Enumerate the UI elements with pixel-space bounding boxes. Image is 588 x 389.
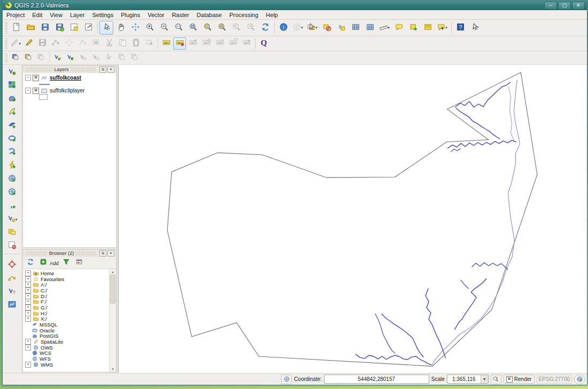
scale-dropdown-icon[interactable]: ▼ — [481, 375, 488, 383]
filter-button[interactable] — [61, 258, 72, 268]
add-raster-layer-button[interactable] — [5, 79, 20, 92]
menu-edit[interactable]: Edit — [28, 11, 46, 19]
expander-icon[interactable]: + — [25, 270, 31, 276]
delete-part-button[interactable] — [143, 37, 156, 50]
new-bookmark-button[interactable] — [406, 21, 420, 35]
select-by-expression-button[interactable]: ε — [334, 21, 348, 35]
expander-icon[interactable]: + — [25, 362, 31, 368]
label-move-button[interactable]: abc — [213, 37, 226, 50]
refresh-button[interactable] — [25, 258, 36, 268]
browser-item-wms[interactable]: +WMS — [23, 362, 116, 368]
zoom-out-button[interactable] — [157, 21, 171, 35]
add-spatialite-layer-button[interactable] — [5, 106, 20, 119]
add-oracle-layer-button[interactable] — [5, 133, 20, 146]
add-postgis-layer-button[interactable] — [5, 92, 20, 106]
plugin-layers-yellow-button[interactable] — [22, 52, 34, 63]
layer-name[interactable]: suffolkcliplayer — [50, 88, 84, 94]
browser-item-wfs[interactable]: WFS — [23, 356, 116, 362]
add-vector-layer-button[interactable] — [5, 66, 20, 79]
whats-this-button[interactable]: ? — [468, 21, 482, 35]
vector-layers-paste-button[interactable] — [128, 52, 141, 63]
add-delimited-text-layer-button[interactable]: , — [5, 199, 20, 213]
browser-item-postgis[interactable]: PostGIS — [23, 333, 116, 339]
vector-select-pointer-button[interactable] — [103, 52, 115, 63]
refresh-map-button[interactable] — [258, 21, 272, 35]
scroll-down-icon[interactable]: ▼ — [110, 367, 116, 372]
metasearch-button[interactable]: Q — [257, 37, 270, 50]
toolbar-grip[interactable] — [5, 22, 7, 34]
new-shapefile-layer-button[interactable]: ▾ — [5, 213, 20, 226]
expander-icon[interactable]: + — [25, 316, 31, 322]
zoom-next-button[interactable] — [244, 21, 258, 35]
browser-item-g[interactable]: +G:/ — [23, 305, 116, 310]
deselect-features-button[interactable] — [320, 21, 334, 35]
save-button[interactable] — [38, 21, 52, 35]
current-edits-button[interactable]: ▾ — [9, 37, 22, 50]
plugin-layers-gray-button[interactable] — [35, 52, 47, 63]
browser-item-f[interactable]: +F:/ — [23, 299, 116, 305]
composer-manager-button[interactable] — [81, 21, 95, 35]
vector-edit-split-button[interactable] — [77, 52, 89, 63]
save-layer-edits-button[interactable] — [36, 37, 49, 50]
zoom-layer-button[interactable] — [200, 21, 214, 35]
new-spatialite-layer-button[interactable] — [5, 226, 20, 239]
browser-item-spatialite[interactable]: +SpatiaLite — [23, 339, 116, 345]
browser-item-ows[interactable]: +OWS — [23, 345, 116, 351]
float-panel-button[interactable]: ⧉ — [99, 66, 106, 73]
toggle-editing-button[interactable] — [22, 37, 35, 50]
menu-layer[interactable]: Layer — [66, 11, 89, 19]
new-composer-button[interactable] — [67, 21, 81, 35]
browser-item-favourites[interactable]: +Favourites — [23, 276, 116, 282]
pan-to-selection-button[interactable] — [128, 21, 142, 35]
add-mssql-layer-button[interactable] — [5, 119, 20, 133]
move-feature-button[interactable] — [63, 37, 75, 50]
add-button-label[interactable]: Add — [50, 260, 59, 266]
magnifier-draw-icon[interactable] — [491, 375, 501, 384]
measure-dropdown-icon[interactable]: ▾ — [388, 26, 390, 30]
export-map-button[interactable] — [5, 299, 20, 312]
browser-item-home[interactable]: +Home — [23, 270, 116, 276]
menu-project[interactable]: Project — [3, 11, 28, 19]
file-new-button[interactable] — [9, 21, 23, 35]
render-checkbox[interactable]: ✕ Render — [504, 375, 535, 384]
expander-icon[interactable]: − — [25, 75, 31, 81]
paste-features-button[interactable] — [129, 37, 142, 50]
browser-item-d[interactable]: +D:/ — [23, 293, 116, 299]
close-panel-button[interactable]: ✕ — [107, 250, 114, 256]
expander-icon[interactable]: + — [25, 305, 31, 310]
browser-scrollbar[interactable]: ▲▼ — [109, 269, 116, 372]
expander-icon[interactable]: + — [25, 339, 31, 345]
gps-tools-button[interactable] — [5, 259, 20, 272]
add-button[interactable] — [38, 258, 49, 268]
browser-item-h[interactable]: +H:/ — [23, 310, 116, 316]
menu-processing[interactable]: Processing — [226, 11, 262, 19]
node-tool-button[interactable] — [76, 37, 89, 50]
minimize-button[interactable]: – — [544, 2, 557, 10]
toolbar-grip[interactable] — [5, 38, 7, 49]
add-wfs-layer-button[interactable] — [5, 186, 20, 199]
label-tool-button[interactable] — [5, 272, 20, 285]
zoom-full-button[interactable] — [186, 21, 200, 35]
close-button[interactable]: ✕ — [572, 2, 585, 10]
plugin-layers-blue-button[interactable] — [9, 52, 21, 63]
vector-edit-add-button[interactable] — [64, 52, 76, 63]
identify-button[interactable]: i — [276, 21, 290, 35]
select-features-dropdown-icon[interactable]: ▾ — [315, 26, 318, 30]
query-tool-button[interactable]: ? — [5, 285, 20, 299]
toolbar-grip[interactable] — [5, 53, 7, 62]
coordinate-toggle-icon[interactable] — [281, 375, 292, 384]
coordinate-value[interactable]: 544842,280157 — [324, 375, 429, 384]
vector-edit-check-button[interactable] — [51, 52, 64, 63]
expander-icon[interactable]: + — [25, 276, 31, 282]
menu-view[interactable]: View — [46, 11, 66, 19]
annotation-dropdown-icon[interactable]: ▾ — [445, 26, 447, 30]
menu-help[interactable]: Help — [262, 11, 282, 19]
expander-icon[interactable]: + — [25, 282, 31, 287]
label-settings-button[interactable]: abc — [173, 37, 186, 50]
layer-visibility-checkbox[interactable]: ✕ — [33, 88, 39, 94]
vector-layers-copy-button[interactable] — [115, 52, 128, 63]
expander-icon[interactable]: + — [25, 293, 31, 299]
help-contents-button[interactable]: ? — [453, 21, 467, 35]
touch-button[interactable] — [99, 21, 113, 35]
close-panel-button[interactable]: ✕ — [107, 66, 114, 73]
